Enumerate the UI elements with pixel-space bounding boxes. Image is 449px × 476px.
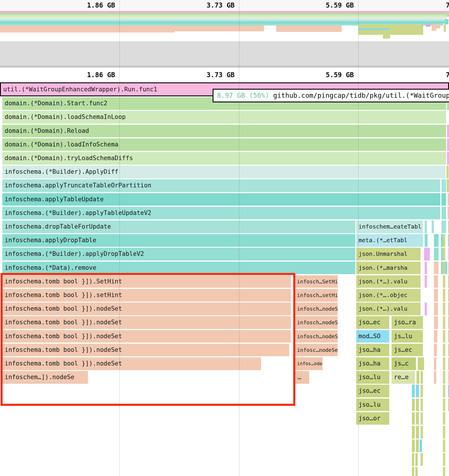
flame-frame[interactable]: json.(*….objec	[356, 289, 421, 302]
flame-frame-sliver[interactable]	[443, 316, 445, 329]
flame-frame[interactable]: re…e	[392, 371, 415, 384]
flame-frame[interactable]: domain.(*Domain).loadInfoSchema	[2, 138, 446, 151]
flame-frame-sliver[interactable]	[434, 262, 439, 274]
flame-frame[interactable]: jso…lu	[356, 371, 389, 384]
flame-frame-sliver[interactable]	[446, 166, 449, 178]
flame-frame[interactable]: infoschema.(*Builder).applyDropTableV2	[2, 248, 355, 260]
flame-frame-sliver[interactable]	[443, 426, 445, 439]
flame-frame-sliver[interactable]	[447, 138, 449, 151]
flame-frame[interactable]: infosch…nodeSe	[295, 303, 338, 315]
flame-frame-sliver[interactable]	[434, 330, 437, 343]
flame-frame[interactable]: meta.(*…etTabl	[356, 234, 423, 247]
flame-frame[interactable]: infoschema.tomb bool }]).nodeSet	[2, 357, 261, 370]
flame-frame-sliver[interactable]	[421, 426, 423, 439]
flame-frame[interactable]: infoschema.tomb bool }]).nodeSet	[2, 316, 291, 329]
flame-frame-sliver[interactable]	[412, 426, 415, 439]
flame-frame[interactable]: domain.(*Domain).loadSchemaInLoop	[2, 111, 446, 124]
flame-frame[interactable]: infosch…nodeSe	[295, 330, 338, 343]
flame-frame[interactable]: domain.(*Domain).Reload	[2, 125, 446, 137]
flame-frame-sliver[interactable]	[416, 399, 419, 411]
flame-frame-sliver[interactable]	[434, 289, 438, 302]
flame-frame-sliver[interactable]	[425, 234, 428, 247]
flame-frame-sliver[interactable]	[425, 303, 427, 315]
flame-frame-sliver[interactable]	[443, 399, 445, 411]
flame-frame-sliver[interactable]	[432, 220, 434, 233]
flame-frame[interactable]: …	[295, 371, 309, 384]
flame-frame-sliver[interactable]	[418, 357, 424, 370]
flame-frame[interactable]: infoschema.dropTableForUpdate	[2, 220, 355, 233]
flame-frame[interactable]: infoschema.applyTableUpdate	[2, 193, 440, 206]
flame-frame-sliver[interactable]	[417, 371, 419, 384]
flame-frame-sliver[interactable]	[443, 330, 445, 343]
flame-frame[interactable]: infosch…setHin	[295, 289, 338, 302]
flame-frame[interactable]: infoschema.applyTruncateTableOrPartition	[2, 179, 440, 192]
flame-frame[interactable]: domain.(*Domain).tryLoadSchemaDiffs	[2, 152, 446, 165]
flame-frame-sliver[interactable]	[443, 371, 445, 384]
flame-frame-sliver[interactable]	[447, 152, 449, 165]
flame-frame-sliver[interactable]	[420, 439, 422, 452]
flame-frame[interactable]: js…lu	[392, 330, 423, 343]
flame-frame[interactable]: infoschema.(*Builder).ApplyDiff	[2, 166, 446, 178]
flame-frame[interactable]: infosc…nodeSe	[295, 344, 338, 356]
flame-frame-sliver[interactable]	[412, 467, 414, 476]
flame-frame[interactable]: infosch…SetHin	[295, 275, 338, 288]
flamegraph-canvas[interactable]: util.(*WaitGroupEnhancedWrapper).Run.fun…	[0, 0, 449, 476]
flame-frame[interactable]: infosch…nodeSe	[295, 316, 338, 329]
flame-frame[interactable]: mod…SO	[356, 330, 389, 343]
flame-frame-sliver[interactable]	[425, 262, 427, 274]
flame-frame[interactable]: json.(*…).valu	[356, 303, 421, 315]
flame-frame[interactable]: js…ec	[392, 344, 423, 356]
flame-frame[interactable]: infoschema.tomb bool }]).nodeSet	[2, 344, 289, 356]
flame-frame[interactable]: infoschem…eateTabl	[356, 220, 423, 233]
flame-frame-sliver[interactable]	[425, 220, 427, 233]
flame-frame-sliver[interactable]	[425, 275, 427, 288]
flame-frame[interactable]: json.(*…marsha	[356, 262, 421, 274]
flame-frame-sliver[interactable]	[443, 303, 445, 315]
flame-frame-sliver[interactable]	[441, 207, 446, 220]
flame-frame-sliver[interactable]	[415, 453, 418, 466]
flame-frame-sliver[interactable]	[443, 234, 445, 247]
flame-frame-sliver[interactable]	[443, 344, 445, 356]
flame-frame-sliver[interactable]	[447, 179, 449, 192]
flame-frame[interactable]: jso…ec	[356, 385, 389, 397]
flame-frame[interactable]: infoschema.(*Data).remove	[2, 262, 355, 274]
flame-frame[interactable]: infoschema.tomb bool }]).SetHint	[2, 275, 291, 288]
flame-frame-sliver[interactable]	[447, 125, 449, 137]
flame-frame-sliver[interactable]	[412, 412, 415, 425]
flame-frame-sliver[interactable]	[416, 412, 419, 425]
flame-frame[interactable]: infos…odeSe	[295, 357, 323, 370]
flame-frame-sliver[interactable]	[434, 234, 439, 247]
flame-frame-sliver[interactable]	[441, 179, 446, 192]
flame-frame-sliver[interactable]	[443, 467, 445, 476]
flame-frame-sliver[interactable]	[443, 289, 445, 302]
flame-frame-sliver[interactable]	[434, 316, 438, 329]
flame-frame-sliver[interactable]	[434, 248, 439, 260]
flame-frame[interactable]: infoschem…]).nodeSe	[2, 371, 88, 384]
flame-frame[interactable]: jso…ec	[356, 316, 389, 329]
flame-frame-sliver[interactable]	[421, 412, 423, 425]
flame-frame-sliver[interactable]	[421, 385, 423, 397]
flame-frame-sliver[interactable]	[443, 439, 445, 452]
flame-frame-sliver[interactable]	[448, 207, 449, 220]
flame-frame-sliver[interactable]	[421, 453, 423, 466]
flame-frame[interactable]: json.(*…).valu	[356, 275, 421, 288]
flame-frame[interactable]: json.Unmarshal	[356, 248, 421, 260]
flame-frame-sliver[interactable]	[416, 426, 419, 439]
flame-frame[interactable]: jso…ha	[356, 344, 389, 356]
flame-frame-sliver[interactable]	[441, 193, 446, 206]
flame-frame-sliver[interactable]	[443, 357, 445, 370]
flame-frame[interactable]: jso…ra	[392, 316, 423, 329]
flame-frame-sliver[interactable]	[421, 371, 423, 384]
flame-frame-sliver[interactable]	[416, 385, 419, 397]
flame-frame-sliver[interactable]	[434, 371, 436, 384]
flame-frame-sliver[interactable]	[415, 467, 418, 476]
flame-frame-sliver[interactable]	[424, 248, 430, 260]
flame-frame-sliver[interactable]	[416, 439, 419, 452]
flame-frame-sliver[interactable]	[434, 303, 438, 315]
flame-frame[interactable]: infoschema.tomb bool }]).setHint	[2, 289, 291, 302]
flame-frame-sliver[interactable]	[448, 193, 449, 206]
flame-frame-sliver[interactable]	[434, 357, 436, 370]
flame-frame-sliver[interactable]	[434, 275, 438, 288]
flame-frame[interactable]: jso…lu	[356, 399, 389, 411]
flame-frame-sliver[interactable]	[443, 275, 445, 288]
